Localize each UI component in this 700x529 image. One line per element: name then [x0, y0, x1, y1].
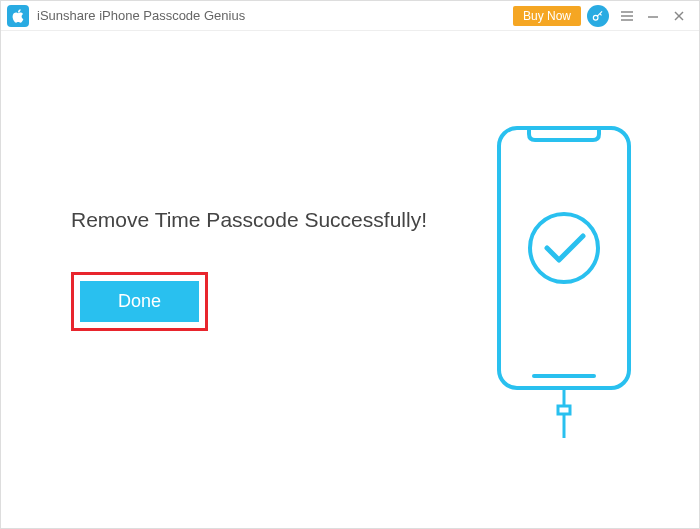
key-icon[interactable] [587, 5, 609, 27]
titlebar: iSunshare iPhone Passcode Genius Buy Now [1, 1, 699, 31]
apple-icon [7, 5, 29, 27]
minimize-icon[interactable] [641, 4, 665, 28]
done-button[interactable]: Done [80, 281, 199, 322]
main-content: Remove Time Passcode Successfully! Done [1, 31, 699, 528]
right-section [489, 118, 639, 442]
close-icon[interactable] [667, 4, 691, 28]
done-highlight: Done [71, 272, 208, 331]
menu-icon[interactable] [615, 4, 639, 28]
left-section: Remove Time Passcode Successfully! Done [71, 208, 449, 331]
svg-point-8 [530, 214, 598, 282]
buy-now-button[interactable]: Buy Now [513, 6, 581, 26]
phone-illustration-icon [489, 118, 639, 438]
success-message: Remove Time Passcode Successfully! [71, 208, 427, 232]
svg-rect-11 [558, 406, 570, 414]
app-window: iSunshare iPhone Passcode Genius Buy Now… [0, 0, 700, 529]
app-title: iSunshare iPhone Passcode Genius [37, 8, 245, 23]
